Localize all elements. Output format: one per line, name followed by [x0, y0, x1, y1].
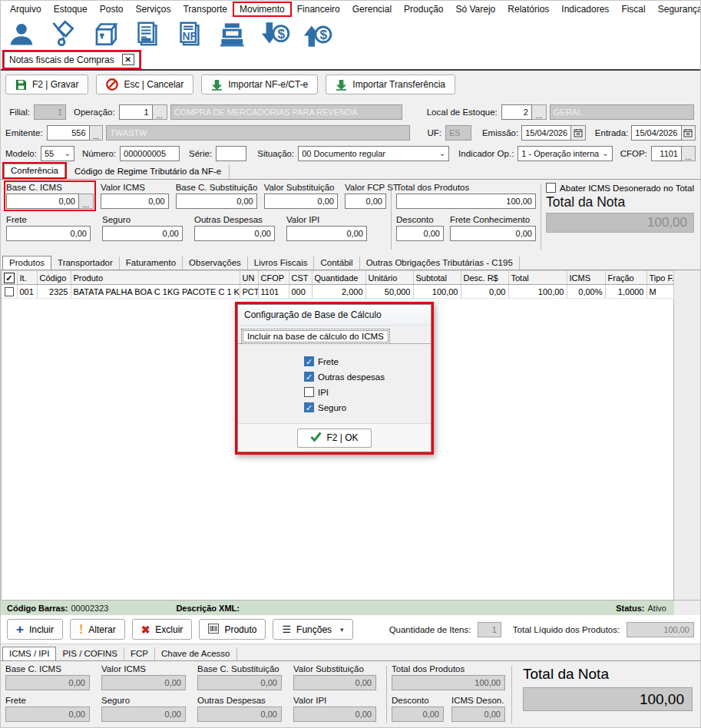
tab-observacoes[interactable]: Observações	[183, 256, 248, 270]
menu-financeiro[interactable]: Financeiro	[291, 2, 346, 16]
frete-field[interactable]: 0,00	[6, 226, 91, 241]
option-outras-despesas[interactable]: Outras despesas	[304, 372, 431, 382]
tab-regime-tributario[interactable]: Código de Regime Tributário da NF-e	[67, 164, 230, 179]
menu-fiscal[interactable]: Fiscal	[615, 2, 651, 16]
tab-chave-acesso[interactable]: Chave de Acesso	[155, 647, 237, 660]
seguro-field[interactable]: 0,00	[102, 226, 183, 241]
emitente-field[interactable]: 556	[47, 125, 90, 141]
emitente-lookup-button[interactable]: ...	[90, 125, 104, 141]
col-fracao[interactable]: Fração	[605, 271, 646, 285]
gravar-button[interactable]: F2 | Gravar	[5, 74, 88, 94]
tab-conferencia[interactable]: Conferência	[2, 162, 67, 179]
ok-button[interactable]: F2 | OK	[297, 429, 371, 448]
tab-produtos[interactable]: Produtos	[2, 256, 51, 270]
local-estoque-lookup-button[interactable]: ...	[532, 104, 547, 120]
cfop-field[interactable]: 1101	[651, 146, 682, 161]
numero-field[interactable]: 000000005	[120, 146, 180, 161]
situacao-select[interactable]: 00 Documento regular ⌄	[298, 146, 449, 161]
menu-indicadores[interactable]: Indicadores	[555, 2, 615, 16]
col-cfop[interactable]: CFOP	[258, 271, 289, 285]
funcoes-button[interactable]: ☰ Funções ▾	[273, 619, 352, 640]
row-checkbox[interactable]	[5, 287, 14, 296]
emissao-calendar-icon[interactable]	[571, 125, 585, 141]
cfop-lookup-button[interactable]: ...	[682, 146, 696, 161]
base-c-icms-config-button[interactable]: ...	[79, 194, 94, 209]
close-icon[interactable]: ✕	[122, 54, 134, 65]
entrada-calendar-icon[interactable]	[682, 125, 696, 141]
seguro-checkbox[interactable]	[304, 402, 314, 412]
operacao-lookup-button[interactable]: ...	[153, 104, 167, 120]
importar-nfe-button[interactable]: Importar NF-e/CT-e	[201, 74, 318, 94]
menu-producao[interactable]: Produção	[398, 2, 449, 16]
frete-conhecimento-field[interactable]: 0,00	[450, 226, 536, 241]
indicador-select[interactable]: 1 - Operação interna ⌄	[517, 146, 612, 161]
tab-outras-obrigacoes[interactable]: Outras Obrigações Tributárias - C195	[360, 256, 520, 270]
menu-arquivo[interactable]: Arquivo	[4, 2, 48, 16]
money-out-icon[interactable]: $	[301, 19, 333, 50]
filial-field[interactable]: 1	[34, 104, 66, 120]
col-subtotal[interactable]: Subtotal	[413, 271, 461, 285]
col-codigo[interactable]: Código	[37, 271, 71, 285]
menu-movimento[interactable]: Movimento	[233, 2, 291, 16]
tab-pis-cofins[interactable]: PIS / COFINS	[56, 647, 124, 660]
col-un[interactable]: UN	[240, 271, 258, 285]
menu-so-varejo[interactable]: Só Varejo	[449, 2, 501, 16]
base-c-icms-field[interactable]: 0,00	[6, 194, 79, 209]
option-seguro[interactable]: Seguro	[304, 402, 431, 412]
stock-box-icon[interactable]	[90, 19, 122, 50]
money-in-icon[interactable]: $	[259, 19, 291, 50]
ipi-checkbox[interactable]	[304, 387, 314, 397]
importar-transferencia-button[interactable]: Importar Transferência	[326, 74, 455, 94]
nf-document-icon[interactable]: NF	[174, 19, 207, 50]
emissao-field[interactable]: 15/04/2026	[521, 125, 571, 141]
table-row[interactable]: 001 2325 BATATA PALHA BOA C 1KG PACOTE C…	[2, 285, 674, 299]
tab-transportador[interactable]: Transportador	[51, 256, 120, 270]
valor-icms-field[interactable]: 0,00	[101, 194, 169, 209]
valor-ipi-field[interactable]: 0,00	[286, 226, 367, 241]
col-icms[interactable]: ICMS	[567, 271, 605, 285]
menu-servicos[interactable]: Serviços	[129, 2, 177, 16]
col-it[interactable]: It.	[17, 271, 37, 285]
delivery-handtruck-icon[interactable]	[48, 19, 80, 50]
outras-despesas-field[interactable]: 0,00	[194, 226, 275, 241]
tab-contabil[interactable]: Contábil	[314, 256, 359, 270]
tab-icms-ipi[interactable]: ICMS / IPI	[2, 647, 56, 660]
menu-estoque[interactable]: Estoque	[48, 2, 94, 16]
option-frete[interactable]: Frete	[304, 356, 431, 366]
menu-gerencial[interactable]: Gerencial	[346, 2, 398, 16]
outras-despesas-checkbox[interactable]	[304, 372, 314, 382]
invoice-icon[interactable]	[132, 19, 164, 50]
operacao-field[interactable]: 1	[119, 104, 153, 120]
tab-livros-fiscais[interactable]: Livros Fiscais	[248, 256, 315, 270]
local-estoque-field[interactable]: 2	[501, 104, 532, 120]
total-produtos-field[interactable]: 100,00	[396, 194, 536, 209]
incluir-button[interactable]: + Incluir	[7, 619, 63, 640]
modal-tab-incluir-base[interactable]: Incluir na base de cálculo do ICMS	[241, 329, 390, 344]
serie-field[interactable]	[216, 146, 246, 161]
cancelar-button[interactable]: Esc | Cancelar	[96, 74, 193, 94]
alterar-button[interactable]: ! Alterar	[70, 619, 125, 640]
abater-icms-checkbox[interactable]	[546, 183, 556, 193]
col-produto[interactable]: Produto	[71, 271, 240, 285]
col-cst[interactable]: CST	[289, 271, 312, 285]
excluir-button[interactable]: ✖ Excluir	[132, 619, 193, 640]
col-quantidade[interactable]: Quantidade	[312, 271, 365, 285]
option-ipi[interactable]: IPI	[304, 387, 431, 397]
tab-faturamento[interactable]: Faturamento	[120, 256, 183, 270]
modelo-select[interactable]: 55 ⌄	[41, 146, 74, 161]
menu-transporte[interactable]: Transporte	[177, 2, 233, 16]
select-all-checkbox[interactable]	[4, 273, 15, 283]
menu-posto[interactable]: Posto	[94, 2, 130, 16]
base-c-substituicao-field[interactable]: 0,00	[176, 194, 257, 209]
col-desc-rs[interactable]: Desc. R$	[461, 271, 508, 285]
valor-substituicao-field[interactable]: 0,00	[264, 194, 338, 209]
frete-checkbox[interactable]	[304, 356, 314, 366]
col-total[interactable]: Total	[508, 271, 567, 285]
col-tipo-f[interactable]: Tipo F.	[646, 271, 674, 285]
menu-relatorios[interactable]: Relatórios	[501, 2, 555, 16]
tab-notas-fiscais-compras[interactable]: Notas fiscais de Compras ✕	[2, 50, 141, 69]
produto-button[interactable]: Produto	[199, 619, 266, 640]
menu-seguranca[interactable]: Segurança	[652, 2, 701, 16]
entrada-field[interactable]: 15/04/2026	[631, 125, 681, 141]
valor-fcp-st-field[interactable]: 0,00	[345, 194, 386, 209]
